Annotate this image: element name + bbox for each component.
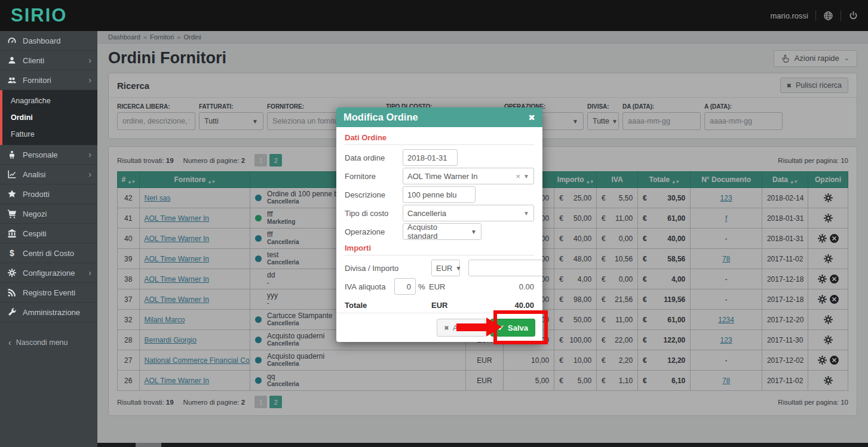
- sidebar-subitem-ordini[interactable]: Ordini: [2, 109, 97, 126]
- sidebar-item-label: Amministrazione: [23, 308, 80, 317]
- speedometer-icon: [7, 36, 17, 45]
- dollar-icon: $: [7, 248, 17, 258]
- collapse-menu-label: Nascondi menu: [16, 338, 68, 347]
- data-ordine-label: Data ordine: [345, 153, 403, 162]
- iva-aliquota-input[interactable]: [394, 278, 416, 295]
- tipo-di-costo-value: Cancelleria: [407, 209, 446, 218]
- chevron-right-icon: ›: [88, 56, 91, 65]
- users-icon: [7, 75, 17, 85]
- totale-value: 40.00: [466, 301, 534, 310]
- chevron-right-icon: ›: [88, 169, 91, 179]
- topbar-right: mario.rossi: [770, 10, 868, 21]
- sidebar-item-clienti[interactable]: Clienti›: [0, 51, 97, 70]
- modal-header: Modifica Ordine ✖: [336, 107, 542, 127]
- sidebar-item-centri-di-costo[interactable]: $Centri di Costo: [0, 243, 97, 263]
- chevron-down-icon: ▼: [523, 210, 529, 217]
- descrizione-label: Descrizione: [345, 190, 403, 199]
- operazione-select[interactable]: Acquisto standard ▼: [403, 223, 481, 240]
- sidebar-item-fornitori[interactable]: Fornitori›: [0, 70, 97, 90]
- sidebar-item-negozi[interactable]: Negozi: [0, 204, 97, 224]
- operazione-value: Acquisto standard: [407, 223, 468, 241]
- sidebar-item-label: Analisi: [23, 170, 45, 179]
- divisa-value: EUR: [436, 264, 452, 273]
- sidebar-item-dashboard[interactable]: Dashboard: [0, 31, 97, 51]
- sidebar-item-label: Personale: [23, 150, 58, 159]
- operazione-label: Operazione: [345, 227, 403, 236]
- sidebar-item-label: Cespiti: [23, 229, 47, 238]
- sidebar-item-label: Registro Eventi: [23, 288, 75, 297]
- sidebar-item-prodotti[interactable]: Prodotti: [0, 184, 97, 204]
- sidebar-subitem-fatture[interactable]: Fatture: [2, 126, 97, 143]
- globe-icon[interactable]: [823, 11, 833, 21]
- collapse-menu-button[interactable]: ‹ Nascondi menu: [0, 338, 97, 347]
- totale-label: Totale: [345, 301, 431, 310]
- clear-selection-icon[interactable]: ×: [513, 172, 524, 181]
- iva-aliquota-label: IVA aliquota: [345, 282, 394, 291]
- section-dati-ordine: Dati Ordine: [345, 131, 534, 145]
- divisa-importo-label: Divisa / Importo: [345, 264, 431, 273]
- gear-icon: [7, 268, 17, 278]
- edit-order-modal: Modifica Ordine ✖ Dati Ordine Data ordin…: [336, 107, 542, 342]
- sidebar-item-amministrazione[interactable]: Amministrazione: [0, 303, 97, 322]
- chevron-down-icon: ▼: [523, 173, 529, 180]
- fornitore-value: AOL Time Warner In: [407, 172, 478, 181]
- fornitore-label: Fornitore: [345, 172, 403, 181]
- chart-line-icon: [7, 169, 17, 179]
- sidebar-item-analisi[interactable]: Analisi›: [0, 165, 97, 184]
- section-importi: Importi: [345, 242, 534, 255]
- chevron-left-icon: ‹: [8, 338, 11, 347]
- sidebar-submenu: AnagraficheOrdiniFatture: [0, 90, 97, 145]
- username[interactable]: mario.rossi: [770, 11, 808, 20]
- wrench-icon: [7, 307, 17, 317]
- iva-value: 0.00: [464, 282, 534, 291]
- percent-label: %: [416, 282, 429, 291]
- importo-input[interactable]: [468, 260, 542, 276]
- rss-icon: [7, 288, 17, 297]
- x-icon: ✖: [444, 325, 449, 331]
- sidebar-item-label: Configurazione: [23, 269, 75, 278]
- fornitore-select[interactable]: AOL Time Warner In × ▼: [403, 168, 534, 184]
- sidebar-subitem-anagrafiche[interactable]: Anagrafiche: [2, 93, 97, 109]
- sidebar-item-label: Dashboard: [23, 36, 61, 45]
- divider: [841, 10, 841, 21]
- chevron-right-icon: ›: [88, 268, 91, 278]
- annotation-arrow: [456, 323, 486, 331]
- sidebar-item-label: Fornitori: [23, 76, 51, 85]
- close-icon[interactable]: ✖: [528, 113, 535, 122]
- sidebar-item-label: Negozi: [23, 209, 47, 218]
- modal-body: Dati Ordine Data ordine Fornitore AOL Ti…: [336, 127, 542, 313]
- sidebar-item-cespiti[interactable]: Cespiti: [0, 224, 97, 243]
- modal-title: Modifica Ordine: [343, 112, 418, 123]
- totale-currency: EUR: [431, 301, 466, 310]
- topbar: SIRIO mario.rossi: [0, 0, 868, 31]
- divider: [815, 10, 816, 21]
- sidebar-item-configurazione[interactable]: Configurazione›: [0, 263, 97, 283]
- chevron-right-icon: ›: [88, 75, 91, 85]
- sidebar-item-label: Centri di Costo: [23, 249, 74, 258]
- iva-currency: EUR: [429, 282, 464, 291]
- sidebar-menu: DashboardClienti›Fornitori›AnagraficheOr…: [0, 31, 97, 322]
- sidebar: DashboardClienti›Fornitori›AnagraficheOr…: [0, 31, 97, 447]
- chevron-down-icon: ▼: [468, 229, 477, 235]
- person-icon: [7, 150, 17, 159]
- chevron-down-icon: ▼: [452, 265, 461, 272]
- sidebar-item-label: Clienti: [23, 56, 44, 65]
- sidebar-item-registro-eventi[interactable]: Registro Eventi: [0, 283, 97, 303]
- chevron-right-icon: ›: [88, 150, 91, 159]
- tipo-di-costo-select[interactable]: Cancelleria ▼: [403, 205, 534, 221]
- tipo-di-costo-label: Tipo di costo: [345, 209, 403, 218]
- descrizione-input[interactable]: [403, 186, 476, 203]
- user-icon: [7, 56, 17, 65]
- star-icon: [7, 189, 17, 199]
- data-ordine-input[interactable]: [403, 149, 458, 166]
- power-icon[interactable]: [848, 11, 858, 21]
- sidebar-item-label: Prodotti: [23, 190, 50, 199]
- logo: SIRIO: [0, 0, 97, 31]
- divisa-select[interactable]: EUR ▼: [431, 260, 460, 276]
- cart-icon: [7, 209, 17, 218]
- sidebar-item-personale[interactable]: Personale›: [0, 145, 97, 165]
- bank-icon: [7, 229, 17, 238]
